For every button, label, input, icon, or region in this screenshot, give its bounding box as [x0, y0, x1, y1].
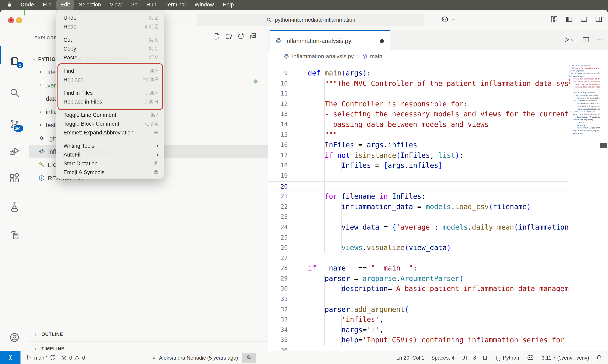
apple-menu[interactable]: [0, 2, 16, 8]
status-language-mode[interactable]: { }Python: [496, 355, 519, 361]
menubar-item-terminal[interactable]: Terminal: [161, 0, 190, 10]
outline-section[interactable]: OUTLINE: [29, 327, 268, 341]
status-indentation[interactable]: Spaces: 4: [431, 355, 455, 361]
menu-item-emmet-expand-abbreviation[interactable]: Emmet: Expand Abbreviation: [56, 128, 164, 137]
tabkey-icon: [153, 130, 159, 135]
menubar-item-code[interactable]: Code: [16, 0, 39, 10]
code-line-28: 28if __name__ == "__main__":: [268, 263, 569, 274]
menubar-item-file[interactable]: File: [39, 0, 56, 10]
new-file-icon[interactable]: [213, 33, 221, 40]
split-editor-icon[interactable]: [582, 36, 590, 44]
toggle-primary-sidebar-icon[interactable]: [565, 15, 573, 23]
line-number: 16: [268, 140, 293, 150]
code-line-20: 20: [268, 181, 569, 191]
new-folder-icon[interactable]: [225, 33, 233, 40]
copilot-menu[interactable]: [441, 15, 455, 24]
minimize-window-button[interactable]: [16, 17, 22, 23]
menu-item-shortcut: ⇧⌘F: [144, 90, 159, 96]
menu-item-writing-tools[interactable]: Writing Tools›: [56, 141, 164, 150]
code-line-36: 36: [268, 346, 569, 351]
breadcrumb-symbol[interactable]: main: [370, 53, 382, 59]
menu-item-find-in-files[interactable]: Find in Files⇧⌘F: [56, 88, 164, 97]
menu-item-shortcut: ⇧⌘H: [143, 99, 159, 104]
minimap[interactable]: #!/usr/bin/env python3"""Software for ma…: [569, 62, 600, 351]
tab-inflammation-analysis[interactable]: inflammation-analysis.py ●: [270, 30, 390, 50]
status-blame[interactable]: Aleksandra Nenadic (5 years ago): [151, 354, 238, 361]
status-problems[interactable]: 00: [61, 355, 85, 361]
menu-item-copy[interactable]: Copy⌘C: [56, 44, 164, 53]
indent-guide: [324, 315, 325, 325]
breadcrumb-file[interactable]: inflammation-analysis.py: [292, 53, 354, 59]
chevron-down-icon: [570, 37, 575, 42]
activity-search-icon[interactable]: [9, 87, 20, 98]
activity-run-debug-icon[interactable]: [9, 145, 20, 156]
mic-icon: [153, 160, 159, 166]
unsaved-dot-icon[interactable]: ●: [380, 38, 384, 44]
activity-doc-sync-icon[interactable]: [9, 230, 20, 241]
symbol-method-icon: [362, 53, 368, 59]
activity-source-control-icon[interactable]: 3K+: [9, 118, 20, 130]
status-python-interpreter[interactable]: 3.11.7 ('.venv': venv): [542, 355, 589, 361]
explorer-toolbar: [213, 33, 257, 40]
line-number: 34: [268, 325, 293, 335]
scrollbar-thumb[interactable]: [600, 143, 607, 148]
activity-testing-icon[interactable]: [9, 201, 20, 213]
menubar-item-help[interactable]: Help: [218, 0, 238, 10]
menu-item-cut[interactable]: Cut⌘X: [56, 35, 164, 44]
menu-item-shortcut: ⌘X: [149, 37, 159, 43]
menubar-item-view[interactable]: View: [106, 0, 126, 10]
menubar-item-go[interactable]: Go: [126, 0, 142, 10]
menubar-item-run[interactable]: Run: [142, 0, 161, 10]
menu-item-replace-in-files[interactable]: Replace in Files⇧⌘H: [56, 97, 164, 106]
menu-item-undo[interactable]: Undo⌘Z: [56, 13, 164, 22]
more-actions-icon[interactable]: ⋯: [596, 36, 602, 43]
command-center-search[interactable]: python-intermediate-inflammation: [197, 14, 424, 26]
menu-item-find[interactable]: Find⌘F: [56, 66, 164, 75]
code-editor[interactable]: 9def main(args):10 """The MVC Controller…: [268, 62, 569, 351]
menu-item-autofill[interactable]: AutoFill›: [56, 150, 164, 159]
run-python-file-button[interactable]: [562, 36, 575, 44]
menu-item-shortcut: ⌘Z: [149, 15, 159, 21]
refresh-icon[interactable]: [237, 33, 245, 40]
menubar-item-window[interactable]: Window: [190, 0, 218, 10]
indent-guide: [341, 243, 342, 253]
activity-account-icon[interactable]: [9, 332, 20, 343]
toggle-secondary-sidebar-icon[interactable]: [595, 15, 603, 23]
status-eol[interactable]: LF: [483, 355, 489, 361]
activity-extensions-icon[interactable]: [9, 173, 20, 184]
code-line-30: 30 description='A basic patient inflamma…: [268, 284, 569, 294]
indent-guide: [324, 212, 325, 222]
close-window-button[interactable]: [8, 17, 14, 23]
menu-item-toggle-block-comment[interactable]: Toggle Block Comment⌥⇧A: [56, 119, 164, 128]
menu-item-start-dictation[interactable]: Start Dictation…: [56, 159, 164, 168]
editor-scrollbar[interactable]: [600, 62, 608, 351]
timeline-section[interactable]: TIMELINE: [29, 341, 268, 351]
customize-layout-icon[interactable]: [550, 15, 558, 23]
line-number: 23: [268, 212, 293, 222]
menubar-item-edit[interactable]: Edit: [56, 0, 74, 10]
status-zoom-level[interactable]: [242, 352, 257, 363]
menu-item-paste[interactable]: Paste⌘V: [56, 53, 164, 62]
menu-item-replace[interactable]: Replace⌥⌘F: [56, 75, 164, 84]
menu-item-toggle-line-comment[interactable]: Toggle Line Comment⌘/: [56, 110, 164, 119]
status-encoding[interactable]: UTF-8: [461, 355, 476, 361]
activity-explorer-icon[interactable]: 1: [9, 55, 20, 66]
menu-item-label: Toggle Block Comment: [64, 121, 143, 127]
code-line-12: 12 The Controller is responsible for:: [268, 99, 569, 109]
status-remote[interactable]: [0, 351, 20, 364]
zoom-window-button[interactable]: [24, 10, 25, 16]
menu-item-shortcut: ⇧⌘Z: [144, 24, 159, 29]
code-line-13: 13 - selecting the necessary models and …: [268, 109, 569, 120]
status-cursor-position[interactable]: Ln 20, Col 1: [396, 355, 424, 361]
menu-item-shortcut: ⌥⌘F: [143, 77, 159, 82]
toggle-panel-icon[interactable]: [580, 15, 588, 23]
menubar-item-selection[interactable]: Selection: [74, 0, 106, 10]
status-branch[interactable]: main*: [26, 354, 56, 361]
status-copilot-status[interactable]: [526, 353, 535, 362]
collapse-all-icon[interactable]: [249, 33, 257, 40]
status-notifications[interactable]: [596, 354, 602, 361]
menu-item-emoji-symbols[interactable]: Emoji & Symbols: [56, 168, 164, 177]
menu-item-redo[interactable]: Redo⇧⌘Z: [56, 22, 164, 31]
tab-bar: inflammation-analysis.py ● ⋯: [268, 30, 608, 50]
indent-guide: [324, 284, 325, 294]
